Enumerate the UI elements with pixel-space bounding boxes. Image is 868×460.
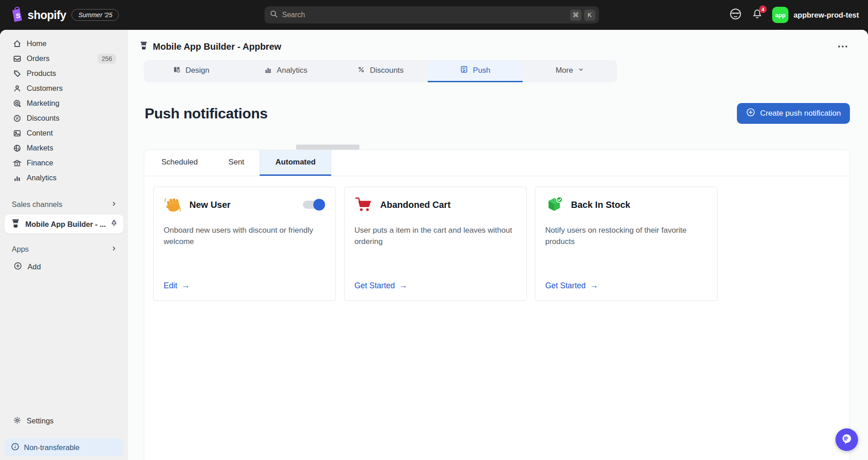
push-icon [460, 65, 468, 76]
selected-channel-label: Mobile App Builder - ... [25, 220, 110, 229]
tab-label: Push [473, 66, 491, 75]
orders-count-badge: 256 [98, 54, 116, 64]
account-menu[interactable]: app appbrew-prod-test [772, 7, 859, 23]
sidebar-item-label: Markets [27, 144, 53, 152]
sidebar: Home Orders 256 Products [0, 30, 128, 460]
plus-circle-icon [14, 262, 22, 272]
notifications-button[interactable]: 4 [751, 8, 763, 22]
tab-discounts[interactable]: Discounts [333, 60, 428, 82]
tab-design[interactable]: Design [144, 60, 238, 82]
design-icon [173, 66, 181, 76]
more-options-button[interactable] [835, 43, 850, 50]
sidebar-item-mobile-app-builder[interactable]: </> Mobile App Builder - ... [5, 215, 123, 234]
main-content: </> Mobile App Builder - Appbrew Design [128, 30, 868, 460]
get-started-link[interactable]: Get Started → [545, 281, 599, 291]
analytics-icon [264, 66, 272, 76]
card-description: Notify users on restocking of their favo… [545, 225, 707, 247]
settings-label: Settings [27, 417, 54, 425]
content-icon [13, 129, 22, 138]
app-tabstrip: Design Analytics [144, 60, 617, 82]
tab-analytics[interactable]: Analytics [238, 60, 333, 82]
card-new-user: New User Onboard new users with discount… [153, 187, 336, 301]
subtab-automated[interactable]: Automated [259, 150, 331, 176]
chevron-right-icon [111, 245, 117, 253]
tab-label: Discounts [370, 66, 404, 75]
non-transferable-chip[interactable]: Non-transferable [5, 438, 123, 456]
notification-count-badge: 4 [759, 5, 767, 13]
create-push-notification-button[interactable]: Create push notification [737, 103, 850, 124]
sidebar-item-label: Discounts [27, 114, 59, 122]
release-badge: Summer '25 [71, 9, 119, 21]
sales-channels-header[interactable]: Sales channels [0, 197, 128, 212]
cmd-keycap: ⌘ [570, 9, 581, 21]
get-started-link[interactable]: Get Started → [354, 281, 408, 291]
pin-icon[interactable] [110, 219, 118, 229]
sidebar-item-products[interactable]: Products [0, 66, 128, 81]
card-back-in-stock: Back In Stock Notify users on restocking… [535, 187, 717, 301]
sidebar-item-discounts[interactable]: Discounts [0, 111, 128, 126]
shopify-logo[interactable]: S shopify [10, 6, 66, 24]
info-icon [11, 442, 19, 453]
search-input[interactable] [282, 11, 567, 19]
new-user-toggle[interactable] [303, 201, 324, 209]
sidebar-item-finance[interactable]: Finance [0, 155, 128, 170]
bank-icon [13, 159, 22, 168]
sidebar-item-label: Marketing [27, 99, 59, 108]
card-description: Onboard new users with discount or frien… [164, 225, 326, 247]
app-cup-icon: </> [139, 41, 148, 52]
sidebar-item-content[interactable]: Content [0, 126, 128, 141]
sidebar-item-marketing[interactable]: Marketing [0, 96, 128, 111]
topbar: S shopify Summer '25 ⌘ K [0, 0, 868, 30]
edit-link[interactable]: Edit → [164, 281, 190, 291]
sidebar-item-add-app[interactable]: Add [0, 259, 128, 274]
apps-header[interactable]: Apps [0, 242, 128, 257]
push-panel: Scheduled Sent Automated [144, 150, 850, 460]
home-icon [13, 39, 22, 48]
person-icon [13, 84, 22, 93]
card-head: Abandoned Cart [354, 195, 516, 214]
arrow-right-icon: → [399, 281, 408, 291]
tab-push[interactable]: Push [428, 60, 522, 82]
shopify-wordmark: shopify [28, 9, 66, 22]
subtab-sent[interactable]: Sent [213, 150, 259, 176]
sidebar-item-home[interactable]: Home [0, 36, 128, 51]
action-label: Edit [164, 281, 177, 291]
arrow-right-icon: → [181, 281, 190, 291]
subtab-label: Scheduled [161, 158, 198, 167]
sidebar-item-customers[interactable]: Customers [0, 81, 128, 96]
tab-more[interactable]: More [523, 60, 617, 82]
sidebar-item-label: Customers [27, 84, 63, 93]
sidekick-button[interactable] [729, 7, 742, 23]
app-cup-icon: </> [11, 218, 20, 230]
svg-text:$: $ [18, 147, 19, 151]
subtab-scheduled[interactable]: Scheduled [146, 150, 213, 176]
store-avatar: app [772, 7, 788, 23]
tag-icon [13, 69, 22, 78]
arrow-right-icon: → [590, 281, 599, 291]
percent-icon [357, 66, 365, 76]
apps-label: Apps [12, 245, 111, 253]
sidebar-item-settings[interactable]: Settings [0, 413, 128, 428]
sidebar-item-markets[interactable]: $ Markets [0, 141, 128, 155]
card-head: New User [164, 195, 326, 214]
discount-badge-icon [13, 114, 22, 123]
create-button-label: Create push notification [760, 109, 841, 118]
sidebar-item-label: Orders [27, 54, 49, 63]
non-transferable-label: Non-transferable [24, 443, 80, 452]
sidebar-bottom: Settings Non-transferable [0, 413, 128, 460]
card-title: New User [189, 200, 231, 210]
subtab-label: Sent [228, 158, 244, 167]
app-title: Mobile App Builder - Appbrew [153, 42, 281, 52]
chevron-down-icon [578, 66, 584, 75]
global-search[interactable]: ⌘ K [264, 6, 599, 23]
chat-fab[interactable] [835, 428, 858, 451]
sidebar-item-orders[interactable]: Orders 256 [0, 51, 128, 66]
sidebar-item-analytics[interactable]: Analytics [0, 170, 128, 185]
gear-icon [13, 416, 22, 427]
shopping-cart-icon [354, 195, 373, 214]
shopify-bag-icon: S [10, 6, 24, 24]
sidebar-item-label: Content [27, 129, 53, 137]
scroll-indicator [296, 145, 359, 150]
chat-bubble-icon [840, 432, 853, 447]
waving-hand-icon [164, 195, 183, 214]
